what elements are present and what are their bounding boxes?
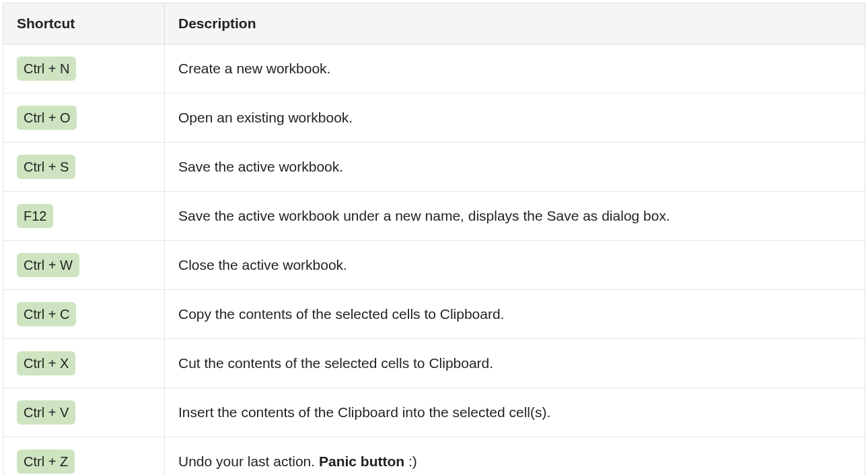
description-bold: Panic button [319,453,404,469]
keyboard-shortcut: Ctrl + S [17,155,75,179]
keyboard-shortcut: Ctrl + Z [17,449,75,474]
description-cell: Save the active workbook. [165,143,865,192]
description-cell: Save the active workbook under a new nam… [165,192,865,241]
header-description: Description [165,3,865,44]
description-cell: Close the active workbook. [165,241,865,290]
table-row: Ctrl + NCreate a new workbook. [3,44,865,94]
table-header-row: Shortcut Description [3,3,865,44]
table-row: F12Save the active workbook under a new … [3,192,865,241]
description-text: Undo your last action. [178,453,319,469]
table-row: Ctrl + XCut the contents of the selected… [3,339,865,388]
description-cell: Insert the contents of the Clipboard int… [165,388,865,437]
table-row: Ctrl + SSave the active workbook. [3,143,865,192]
shortcut-cell: Ctrl + W [3,241,165,290]
description-cell: Create a new workbook. [165,44,865,94]
keyboard-shortcut: Ctrl + W [17,253,79,277]
description-text: Close the active workbook. [178,257,347,272]
table-row: Ctrl + ZUndo your last action. Panic but… [3,437,865,476]
shortcut-cell: Ctrl + Z [3,437,165,476]
shortcut-cell: Ctrl + S [3,143,165,192]
description-text-after: :) [404,453,417,469]
shortcut-cell: Ctrl + C [3,290,165,339]
keyboard-shortcut: Ctrl + O [17,106,77,130]
shortcut-cell: Ctrl + O [3,94,165,143]
keyboard-shortcut: Ctrl + N [17,57,76,81]
table-row: Ctrl + WClose the active workbook. [3,241,865,290]
keyboard-shortcut: F12 [17,204,53,228]
shortcut-cell: Ctrl + V [3,388,165,437]
description-text: Save the active workbook. [178,159,343,174]
keyboard-shortcut: Ctrl + X [17,351,75,375]
keyboard-shortcut: Ctrl + V [17,400,75,425]
shortcut-cell: Ctrl + N [3,44,165,94]
description-text: Save the active workbook under a new nam… [178,208,670,223]
keyboard-shortcut: Ctrl + C [17,302,76,326]
description-text: Cut the contents of the selected cells t… [178,355,493,371]
header-shortcut: Shortcut [3,3,165,44]
shortcuts-table: Shortcut Description Ctrl + NCreate a ne… [3,3,865,475]
description-text: Insert the contents of the Clipboard int… [178,404,550,420]
description-cell: Undo your last action. Panic button :) [165,437,865,476]
description-text: Copy the contents of the selected cells … [178,306,504,322]
table-row: Ctrl + VInsert the contents of the Clipb… [3,388,865,437]
shortcut-cell: F12 [3,192,165,241]
description-cell: Copy the contents of the selected cells … [165,290,865,339]
description-cell: Cut the contents of the selected cells t… [165,339,865,388]
description-text: Create a new workbook. [178,61,330,76]
table-row: Ctrl + OOpen an existing workbook. [3,94,865,143]
description-text: Open an existing workbook. [178,110,353,125]
shortcut-cell: Ctrl + X [3,339,165,388]
table-row: Ctrl + CCopy the contents of the selecte… [3,290,865,339]
description-cell: Open an existing workbook. [165,94,865,143]
